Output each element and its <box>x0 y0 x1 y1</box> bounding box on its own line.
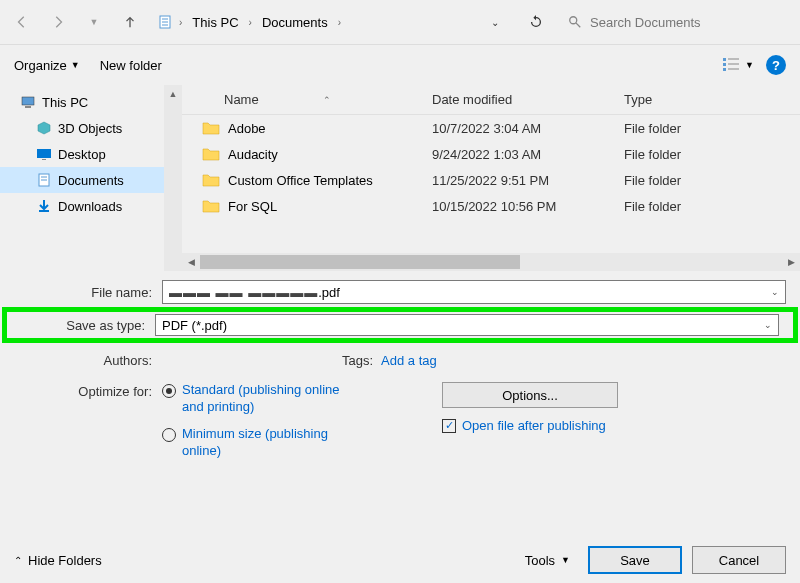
documents-icon <box>157 14 173 30</box>
search-placeholder: Search Documents <box>590 15 701 30</box>
up-button[interactable] <box>116 8 144 36</box>
open-after-checkbox[interactable]: ✓ Open file after publishing <box>442 418 618 433</box>
column-header-date[interactable]: Date modified <box>422 92 614 107</box>
folder-icon <box>202 121 220 135</box>
tree: This PC 3D Objects Desktop Documents Dow… <box>0 85 182 223</box>
optimize-label: Optimize for: <box>14 382 162 460</box>
optimize-minimum-radio[interactable]: Minimum size (publishing online) <box>162 426 352 460</box>
folder-icon <box>202 173 220 187</box>
breadcrumb-dropdown[interactable]: ⌄ <box>483 17 507 28</box>
file-row[interactable]: For SQL 10/15/2022 10:56 PM File folder <box>182 193 800 219</box>
chevron-up-icon: ⌃ <box>14 555 22 566</box>
chevron-right-icon: › <box>177 17 184 28</box>
organize-button[interactable]: Organize ▼ <box>14 58 80 73</box>
new-folder-button[interactable]: New folder <box>100 58 162 73</box>
svg-point-4 <box>570 17 577 24</box>
toolbar: Organize ▼ New folder ▼ ? <box>0 45 800 85</box>
forward-button[interactable] <box>44 8 72 36</box>
column-header-name[interactable]: Name ⌃ <box>182 92 422 107</box>
chevron-right-icon: › <box>336 17 343 28</box>
chevron-down-icon[interactable]: ⌄ <box>764 320 772 330</box>
checkbox-icon: ✓ <box>442 419 456 433</box>
horizontal-scrollbar[interactable]: ◀ ▶ <box>182 253 800 271</box>
search-icon <box>568 15 582 29</box>
breadcrumb-documents[interactable]: Documents <box>258 13 332 32</box>
svg-rect-6 <box>723 58 726 61</box>
radio-icon <box>162 384 176 398</box>
save-as-type-dropdown[interactable]: PDF (*.pdf) ⌄ <box>155 314 779 336</box>
svg-rect-12 <box>22 97 34 105</box>
optimize-section: Optimize for: Standard (publishing onlin… <box>0 372 800 470</box>
folder-icon <box>202 199 220 213</box>
breadcrumb[interactable]: › This PC › Documents › ⌄ <box>152 7 512 37</box>
help-button[interactable]: ? <box>766 55 786 75</box>
scroll-left-icon[interactable]: ◀ <box>182 253 200 271</box>
file-list-area: Name ⌃ Date modified Type Adobe 10/7/202… <box>182 85 800 271</box>
recent-down-button[interactable]: ▼ <box>80 8 108 36</box>
save-as-type-label: Save as type: <box>21 318 155 333</box>
documents-icon <box>36 172 52 188</box>
svg-rect-15 <box>42 159 46 160</box>
file-row[interactable]: Custom Office Templates 11/25/2022 9:51 … <box>182 167 800 193</box>
tags-label: Tags: <box>342 353 373 368</box>
refresh-button[interactable] <box>520 7 552 37</box>
sidebar-item-documents[interactable]: Documents <box>0 167 182 193</box>
chevron-right-icon: › <box>247 17 254 28</box>
save-button[interactable]: Save <box>588 546 682 574</box>
optimize-standard-radio[interactable]: Standard (publishing online and printing… <box>162 382 352 416</box>
tools-button[interactable]: Tools ▼ <box>517 553 578 568</box>
sidebar-item-desktop[interactable]: Desktop <box>0 141 182 167</box>
file-name-value-obscured: ▬▬▬ ▬▬ ▬▬▬▬▬ <box>169 285 318 300</box>
navigation-bar: ▼ › This PC › Documents › ⌄ Search Docum… <box>0 0 800 44</box>
chevron-down-icon: ▼ <box>561 555 570 565</box>
main-area: This PC 3D Objects Desktop Documents Dow… <box>0 85 800 271</box>
scrollbar-thumb[interactable] <box>200 255 520 269</box>
sidebar-item-3d-objects[interactable]: 3D Objects <box>0 115 182 141</box>
file-row[interactable]: Adobe 10/7/2022 3:04 AM File folder <box>182 115 800 141</box>
file-list: Adobe 10/7/2022 3:04 AM File folder Auda… <box>182 115 800 253</box>
chevron-down-icon: ▼ <box>71 60 80 70</box>
file-row[interactable]: Audacity 9/24/2022 1:03 AM File folder <box>182 141 800 167</box>
hide-folders-button[interactable]: ⌃ Hide Folders <box>14 553 102 568</box>
authors-label: Authors: <box>14 353 162 368</box>
file-name-input[interactable]: ▬▬▬ ▬▬ ▬▬▬▬▬ .pdf ⌄ <box>162 280 786 304</box>
pc-icon <box>20 94 36 110</box>
downloads-icon <box>36 198 52 214</box>
breadcrumb-this-pc[interactable]: This PC <box>188 13 242 32</box>
folder-icon <box>202 147 220 161</box>
scroll-right-icon[interactable]: ▶ <box>782 253 800 271</box>
add-tag-link[interactable]: Add a tag <box>381 353 437 368</box>
svg-rect-8 <box>723 68 726 71</box>
radio-icon <box>162 428 176 442</box>
sidebar-item-this-pc[interactable]: This PC <box>0 89 182 115</box>
search-input[interactable]: Search Documents <box>560 7 792 37</box>
metadata-row: Authors: Tags: Add a tag <box>0 349 800 372</box>
sidebar-item-downloads[interactable]: Downloads <box>0 193 182 219</box>
chevron-down-icon: ▼ <box>745 60 754 70</box>
svg-rect-7 <box>723 63 726 66</box>
sidebar-scrollbar[interactable]: ▲ <box>164 85 182 271</box>
file-name-label: File name: <box>14 285 162 300</box>
sort-indicator-icon: ⌃ <box>323 95 331 105</box>
back-button[interactable] <box>8 8 36 36</box>
scroll-up-icon[interactable]: ▲ <box>164 85 182 103</box>
svg-line-5 <box>576 23 580 27</box>
view-mode-button[interactable]: ▼ <box>723 57 754 73</box>
column-header-type[interactable]: Type <box>614 92 800 107</box>
3d-icon <box>36 120 52 136</box>
list-view-icon <box>723 57 741 73</box>
cancel-button[interactable]: Cancel <box>692 546 786 574</box>
chevron-down-icon[interactable]: ⌄ <box>771 287 779 297</box>
file-list-header: Name ⌃ Date modified Type <box>182 85 800 115</box>
svg-rect-13 <box>25 106 31 108</box>
bottom-bar: ⌃ Hide Folders Tools ▼ Save Cancel <box>0 537 800 583</box>
options-button[interactable]: Options... <box>442 382 618 408</box>
svg-rect-14 <box>37 149 51 158</box>
file-name-row: File name: ▬▬▬ ▬▬ ▬▬▬▬▬ .pdf ⌄ <box>14 279 786 305</box>
desktop-icon <box>36 146 52 162</box>
save-as-type-highlight: Save as type: PDF (*.pdf) ⌄ <box>2 307 798 343</box>
sidebar: This PC 3D Objects Desktop Documents Dow… <box>0 85 182 271</box>
